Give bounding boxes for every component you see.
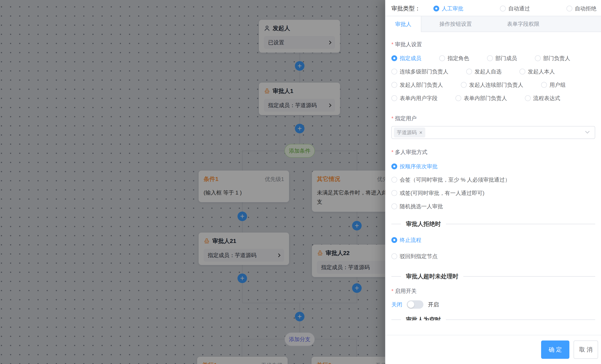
tab-form-field-permissions[interactable]: 表单字段权限 [490,16,557,32]
radio-starter-self[interactable]: 发起人本人 [520,68,555,75]
radio-icon [391,237,397,243]
radio-icon [391,55,397,61]
radio-countersign[interactable]: 会签（可同时审批，至少 % 人必须审批通过） [391,176,595,183]
switch-on-label[interactable]: 开启 [428,301,439,308]
approval-type-label: 审批类型： [391,5,421,12]
approval-type-row: 审批类型： 人工审批 自动通过 自动拒绝 [386,0,601,12]
reject-row2: 驳回到指定节点 [391,253,595,260]
timeout-section-title: 审批人超时未处理时 [406,273,458,280]
clipped-section-divider: 审批人为空时 [391,316,595,320]
radio-icon [500,6,506,11]
radio-icon [455,95,461,101]
tabbar-filler [557,16,601,32]
radio-icon [391,190,397,196]
approver-settings-drawer: 审批类型： 人工审批 自动通过 自动拒绝 审批人 操作按钮设置 表单字段权限 审… [385,0,601,364]
radio-form-user-field[interactable]: 表单内用户字段 [391,95,438,101]
radio-assign-role[interactable]: 指定角色 [439,55,469,61]
approver-setting-label: 审批人设置 [391,41,595,48]
reject-row1: 终止流程 [391,237,595,243]
cancel-button[interactable]: 取 消 [573,341,598,359]
radio-manual-approval[interactable]: 人工审批 [433,5,463,12]
approval-type-radio-group: 人工审批 自动通过 自动拒绝 [433,5,596,12]
radio-icon [391,177,397,183]
radio-icon [466,69,472,74]
radio-or-sign[interactable]: 或签(可同时审批，有一人通过即可) [391,190,595,196]
reject-section-title: 审批人拒绝时 [406,220,441,228]
selected-user-tag[interactable]: 芋道源码 × [394,128,425,138]
tag-remove-icon[interactable]: × [419,130,422,135]
radio-icon [439,55,445,61]
tab-approver[interactable]: 审批人 [386,16,421,32]
enable-switch-row: 关闭 开启 [391,300,595,309]
drawer-body[interactable]: 审批人设置 指定成员 指定角色 部门成员 部门负责人 连续多级部门负责人 发起人… [386,32,601,320]
switch-off-label[interactable]: 关闭 [391,301,402,308]
multi-mode-row1: 按顺序依次审批 [391,163,595,170]
radio-auto-reject[interactable]: 自动拒绝 [566,5,596,12]
confirm-button[interactable]: 确 定 [541,341,569,359]
radio-form-dept-leader[interactable]: 表单内部门负责人 [455,95,507,101]
radio-user-group[interactable]: 用户组 [541,81,566,88]
enable-switch-label: 启用开关 [391,287,595,294]
radio-icon [541,82,547,88]
radio-icon [391,253,397,259]
radio-starter-multi-dept-leader[interactable]: 发起人连续部门负责人 [461,81,523,88]
approver-setting-row4: 表单内用户字段 表单内部门负责人 流程表达式 [391,95,595,101]
radio-starter-self-select[interactable]: 发起人自选 [466,68,501,75]
radio-icon [535,55,541,61]
radio-multi-level-dept-leader[interactable]: 连续多级部门负责人 [391,68,448,75]
radio-icon [391,163,397,169]
radio-starter-dept-leader[interactable]: 发起人部门负责人 [391,81,443,88]
radio-icon [525,95,531,101]
radio-icon [566,6,572,11]
radio-sequential-approval[interactable]: 按顺序依次审批 [391,163,595,170]
drawer-tabbar: 审批人 操作按钮设置 表单字段权限 [386,16,601,32]
radio-icon [391,203,397,209]
timeout-section-divider: 审批人超时未处理时 [391,273,595,280]
approver-setting-row2: 连续多级部门负责人 发起人自选 发起人本人 [391,68,595,75]
radio-dept-member[interactable]: 部门成员 [487,55,517,61]
timeout-enable-toggle[interactable] [407,300,423,309]
chevron-down-icon [585,129,590,133]
radio-terminate-flow[interactable]: 终止流程 [391,237,595,243]
multi-mode-row4: 随机挑选一人审批 [391,203,595,210]
radio-return-to-node[interactable]: 驳回到指定节点 [391,253,595,260]
reject-section-divider: 审批人拒绝时 [391,221,595,228]
radio-auto-pass[interactable]: 自动通过 [500,5,530,12]
approver-setting-row1: 指定成员 指定角色 部门成员 部门负责人 [391,55,595,61]
radio-icon [391,69,397,74]
radio-icon [433,6,439,11]
radio-flow-expression[interactable]: 流程表达式 [525,95,560,101]
assign-user-label: 指定用户 [391,115,595,122]
assign-user-select[interactable]: 芋道源码 × [391,126,595,139]
approver-setting-row3: 发起人部门负责人 发起人连续部门负责人 用户组 [391,81,595,88]
multi-mode-row3: 或签(可同时审批，有一人通过即可) [391,190,595,196]
radio-dept-leader[interactable]: 部门负责人 [535,55,570,61]
radio-icon [391,82,397,88]
multi-approve-mode-label: 多人审批方式 [391,149,595,156]
radio-icon [461,82,467,88]
tab-button-settings[interactable]: 操作按钮设置 [421,16,490,32]
drawer-footer: 确 定 取 消 [386,335,601,364]
clipped-section-title: 审批人为空时 [406,316,441,320]
radio-random-one[interactable]: 随机挑选一人审批 [391,203,595,210]
radio-assign-member[interactable]: 指定成员 [391,55,421,61]
multi-mode-row2: 会签（可同时审批，至少 % 人必须审批通过） [391,176,595,183]
radio-icon [520,69,525,74]
radio-icon [487,55,493,61]
radio-icon [391,95,397,101]
